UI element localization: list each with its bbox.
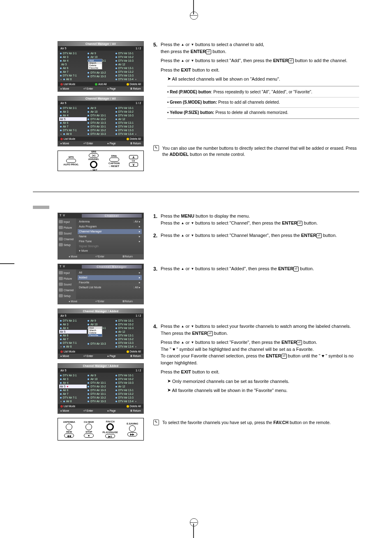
remote-diagram-favch: ANTENNAREW◀◀ CH MGRSTOP■ FAV.CHPLAY/PAUS… <box>58 418 144 441</box>
registration-mark-top <box>193 0 194 14</box>
menu-channel-manager: T VChannel Manager Input Picture Sound C… <box>58 264 144 304</box>
arrow-icon: ➤ <box>167 75 171 82</box>
section-tab-icon <box>33 206 49 209</box>
osd-channel-manager-all-selected: Channel Manager / All Air 51 / 2 DTV Air… <box>58 96 144 146</box>
registration-mark-bottom <box>193 524 194 538</box>
enter-icon: ⏎ <box>206 49 211 54</box>
favch-highlight-icon <box>106 423 114 431</box>
color-button-note: • Red (P.MODE) button: Press repeatedly … <box>167 86 359 119</box>
osd-popup: Add Watch Delete Favorite <box>88 59 102 70</box>
tip-adddel: ✎ You can also use the number buttons to… <box>153 145 359 158</box>
osd-cm-added-popup: Channel Manager / Added Air 51 / 2 DTV A… <box>58 308 144 359</box>
tip-favch: ✎ To select the favorite channels you ha… <box>153 420 359 426</box>
heart-icon: ♥ <box>67 385 68 388</box>
registration-mark-left <box>0 263 14 264</box>
step-3: 3. Press the ▲ or ▼ buttons to select "A… <box>153 265 359 275</box>
tip-icon: ✎ <box>153 145 159 151</box>
section-divider <box>33 192 359 192</box>
tip-icon: ✎ <box>153 420 159 425</box>
osd-title: Channel Manager / All <box>58 42 143 46</box>
step-4: 4. Press the ▲ or ▼ buttons to select yo… <box>153 323 359 397</box>
osd-channel-manager-all-popup: Channel Manager / All Air 51 / 2 DTV Air… <box>58 41 144 92</box>
remote-diagram-adddel: MTSAUTO PROG. SRS(●)ADD/DEL○ SET DNIeCAP… <box>58 151 144 171</box>
menu-channel: T VChannel Input Picture Sound Channel S… <box>58 213 144 260</box>
page-content: Channel Manager / All Air 51 / 2 DTV Air… <box>0 0 392 469</box>
step-1: 1. Press the MENU button to display the … <box>153 213 359 229</box>
osd-popup-added: Add Watch Delete Favorite <box>88 326 102 337</box>
step-5: 5. Press the ▲ or ▼ buttons to select a … <box>153 41 359 122</box>
step-2: 2. Press the ▲ or ▼ buttons to select "C… <box>153 232 359 241</box>
osd-cm-added-heart: Channel Manager / Added Air 51 / 2 DTV A… <box>58 363 144 414</box>
adddel-highlight-icon <box>90 161 97 168</box>
